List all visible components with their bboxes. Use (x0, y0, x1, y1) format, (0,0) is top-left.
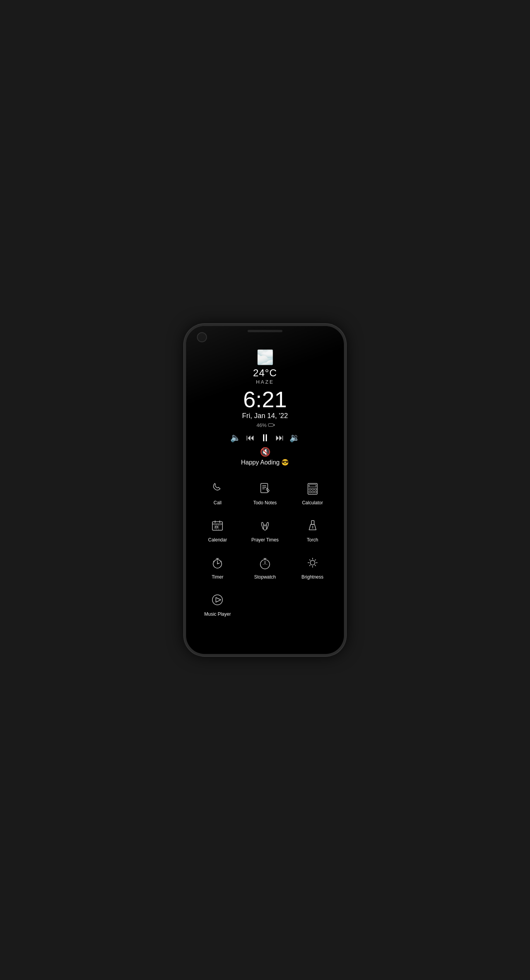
clock-date: Fri, Jan 14, '22 (242, 412, 288, 420)
svg-rect-10 (312, 491, 314, 493)
pause-btn[interactable]: ⏸ (260, 432, 270, 444)
calculator-label: Calculator (302, 500, 323, 505)
phone-wrapper: 🌫️ 24°C HAZE 6:21 Fri, Jan 14, '22 46% 🔈… (184, 324, 346, 656)
battery-percent: 46% (256, 422, 267, 428)
phone-frame: 🌫️ 24°C HAZE 6:21 Fri, Jan 14, '22 46% 🔈… (184, 324, 346, 656)
call-label: Call (214, 500, 222, 505)
app-brightness[interactable]: Brightness (289, 548, 336, 585)
media-controls: 🔈 ⏮ ⏸ ⏭ 🔉 (230, 432, 300, 444)
todo-notes-icon (256, 479, 274, 498)
mute-icon: 🔇 (260, 447, 270, 457)
stopwatch-label: Stopwatch (254, 574, 276, 580)
svg-rect-20 (311, 521, 314, 524)
app-todo-notes[interactable]: Todo Notes (241, 474, 289, 511)
app-call[interactable]: Call (194, 474, 241, 511)
svg-rect-5 (309, 485, 316, 487)
volume-button (345, 403, 346, 423)
prayer-times-icon (256, 516, 274, 535)
prev-track-btn[interactable]: ⏮ (246, 433, 255, 443)
svg-marker-45 (216, 598, 221, 602)
app-grid: Call Todo Not (186, 474, 344, 585)
greeting-text: Happy Aoding 😎 (241, 459, 289, 466)
app-music-player[interactable]: Music Player (194, 585, 241, 622)
weather-condition: HAZE (256, 379, 274, 385)
svg-line-43 (309, 565, 310, 566)
battery-bar (268, 423, 274, 427)
volume-up-btn[interactable]: 🔉 (289, 433, 300, 443)
camera-hole (197, 332, 207, 342)
app-torch[interactable]: Torch (289, 511, 336, 548)
volume-down-btn[interactable]: 🔈 (230, 433, 241, 443)
call-icon (208, 479, 227, 498)
stopwatch-icon (256, 553, 274, 572)
brightness-label: Brightness (301, 574, 323, 580)
app-stopwatch[interactable]: Stopwatch (241, 548, 289, 585)
todo-notes-label: Todo Notes (253, 500, 277, 505)
calculator-icon (303, 479, 322, 498)
app-prayer-times[interactable]: Prayer Times (241, 511, 289, 548)
next-track-btn[interactable]: ⏭ (275, 433, 284, 443)
svg-point-35 (310, 560, 315, 565)
svg-line-42 (315, 560, 316, 560)
calendar-label: Calendar (208, 537, 227, 543)
timer-label: Timer (212, 574, 223, 580)
svg-rect-0 (261, 483, 268, 493)
app-calendar[interactable]: 23 Calendar (194, 511, 241, 548)
timer-icon (208, 553, 227, 572)
torch-label: Torch (307, 537, 318, 543)
svg-line-40 (309, 560, 310, 560)
app-grid-bottom: Music Player (186, 585, 344, 622)
svg-line-41 (315, 565, 316, 566)
svg-rect-7 (312, 488, 314, 490)
svg-rect-11 (315, 491, 316, 493)
brightness-icon (303, 553, 322, 572)
music-player-icon (208, 591, 227, 609)
temperature: 24°C (253, 367, 277, 379)
screen: 🌫️ 24°C HAZE 6:21 Fri, Jan 14, '22 46% 🔈… (186, 326, 344, 654)
top-speaker (248, 330, 282, 332)
app-timer[interactable]: Timer (194, 548, 241, 585)
battery-row: 46% (256, 422, 274, 428)
svg-rect-9 (309, 491, 311, 493)
music-player-label: Music Player (204, 611, 231, 617)
prayer-times-label: Prayer Times (251, 537, 279, 543)
weather-icon: 🌫️ (256, 349, 274, 365)
svg-rect-8 (315, 488, 316, 490)
calendar-icon: 23 (208, 516, 227, 535)
svg-rect-6 (309, 488, 311, 490)
clock-time: 6:21 (243, 387, 287, 412)
app-calculator[interactable]: Calculator (289, 474, 336, 511)
torch-icon (303, 516, 322, 535)
screen-content: 🌫️ 24°C HAZE 6:21 Fri, Jan 14, '22 46% 🔈… (186, 326, 344, 654)
